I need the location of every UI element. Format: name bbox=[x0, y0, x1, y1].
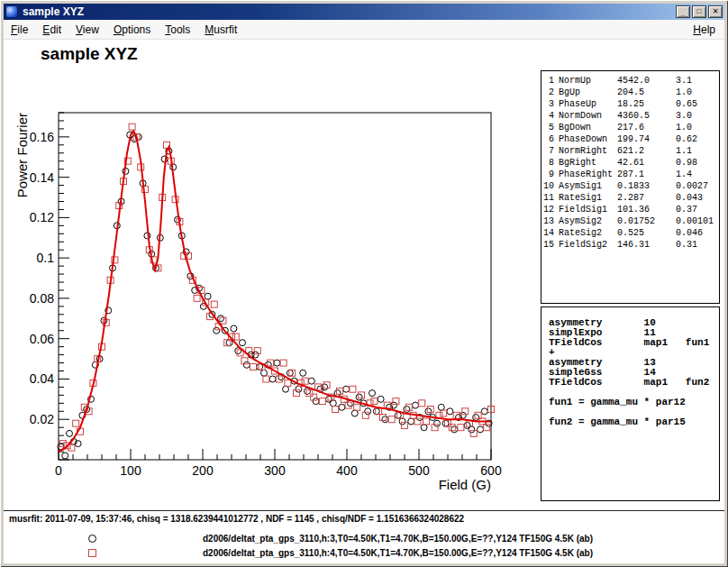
fit-curve bbox=[59, 131, 491, 452]
minimize-button[interactable]: _ bbox=[676, 5, 690, 18]
parameter-row: 5BgDown217.61.0 bbox=[543, 122, 719, 133]
close-icon: ✕ bbox=[713, 8, 719, 15]
parameter-row: 8BgRight42.610.98 bbox=[543, 157, 719, 169]
open-circle-icon bbox=[88, 535, 96, 543]
svg-text:0.06: 0.06 bbox=[30, 332, 54, 346]
legend-entry-1: d2006/deltat_pta_gps_3110,h:3,T0=4.50K,T… bbox=[88, 533, 593, 544]
svg-text:0.12: 0.12 bbox=[30, 210, 54, 224]
menu-help[interactable]: Help bbox=[686, 23, 724, 36]
legend-entry-2: d2006/deltat_pta_gps_3110,h:4,T0=4.50K,T… bbox=[88, 547, 593, 558]
maximize-button[interactable]: □ bbox=[692, 5, 706, 18]
parameter-row: 7NormRight621.21.1 bbox=[543, 145, 719, 157]
app-icon bbox=[5, 5, 18, 18]
x-axis: 0100200300400500600 bbox=[55, 449, 502, 478]
menu-file[interactable]: File bbox=[4, 23, 35, 36]
svg-text:400: 400 bbox=[336, 463, 358, 478]
menubar: File Edit View Options Tools Musrfit Hel… bbox=[4, 20, 724, 40]
theory-line: fun2 = gamma_mu * par15 bbox=[549, 417, 719, 427]
maximize-icon: □ bbox=[697, 8, 702, 15]
fit-status-line: musrfit: 2011-07-09, 15:37:46, chisq = 1… bbox=[9, 514, 464, 524]
svg-text:200: 200 bbox=[192, 463, 214, 478]
parameter-row: 4NormDown4360.53.0 bbox=[543, 110, 719, 122]
window-controls: _ □ ✕ bbox=[676, 5, 723, 18]
svg-text:0.1: 0.1 bbox=[37, 251, 55, 265]
menu-musrfit[interactable]: Musrfit bbox=[197, 23, 244, 36]
svg-text:600: 600 bbox=[480, 463, 502, 478]
legend-label: d2006/deltat_pta_gps_3110,h:3,T0=4.50K,T… bbox=[203, 534, 593, 544]
open-square-icon bbox=[88, 549, 96, 557]
app-window: sample XYZ _ □ ✕ File Edit View Options … bbox=[0, 0, 728, 567]
parameter-row: 1NormUp4542.03.1 bbox=[543, 75, 719, 87]
root-canvas[interactable]: sample XYZ 01002003004005006000.020.040.… bbox=[4, 40, 724, 563]
y-axis-title: Power Fourier bbox=[14, 113, 30, 197]
svg-text:0.08: 0.08 bbox=[30, 291, 54, 306]
theory-line: TFieldCos map1 fun2 bbox=[549, 378, 719, 388]
titlebar[interactable]: sample XYZ _ □ ✕ bbox=[4, 4, 724, 20]
parameter-row: 11RateSig12.2870.043 bbox=[543, 192, 719, 204]
menu-tools[interactable]: Tools bbox=[158, 23, 197, 36]
theory-box: asymmetry 10simplExpo 11TFieldCos map1 f… bbox=[541, 306, 720, 501]
parameter-box: 1NormUp4542.03.12BgUp204.51.03PhaseUp18.… bbox=[541, 70, 720, 304]
window-title: sample XYZ bbox=[23, 5, 676, 18]
svg-text:100: 100 bbox=[120, 463, 141, 478]
svg-text:500: 500 bbox=[408, 463, 430, 478]
svg-text:300: 300 bbox=[264, 463, 286, 478]
statusbar-divider bbox=[4, 510, 724, 511]
menu-options[interactable]: Options bbox=[106, 23, 158, 36]
close-button[interactable]: ✕ bbox=[708, 5, 723, 18]
parameter-row: 9PhaseRight287.11.4 bbox=[543, 169, 719, 180]
theory-line: fun1 = gamma_mu * par12 bbox=[549, 398, 719, 407]
parameter-row: 6PhaseDown199.740.62 bbox=[543, 133, 719, 145]
parameter-row: 2BgUp204.51.0 bbox=[543, 87, 719, 98]
svg-text:0.04: 0.04 bbox=[30, 371, 54, 386]
theory-line: TFieldCos map1 fun1 bbox=[549, 338, 719, 348]
svg-text:0.02: 0.02 bbox=[30, 412, 54, 426]
parameter-row: 3PhaseUp18.250.65 bbox=[543, 98, 719, 110]
parameter-row: 14RateSig20.5250.046 bbox=[543, 227, 719, 239]
parameter-row: 10AsymSig10.18330.0027 bbox=[543, 180, 719, 192]
menu-view[interactable]: View bbox=[68, 23, 106, 36]
svg-text:0: 0 bbox=[55, 463, 62, 478]
svg-text:0.14: 0.14 bbox=[30, 170, 54, 185]
y-axis: 0.020.040.060.080.10.120.140.16 bbox=[30, 113, 69, 460]
minimize-icon: _ bbox=[681, 10, 685, 17]
parameter-row: 12FieldSig1101.360.37 bbox=[543, 204, 719, 215]
menu-edit[interactable]: Edit bbox=[35, 23, 68, 36]
parameter-row: 13AsymSig20.017520.00101 bbox=[543, 215, 719, 227]
svg-text:0.16: 0.16 bbox=[30, 130, 54, 144]
x-axis-title: Field (G) bbox=[439, 477, 491, 492]
legend-label: d2006/deltat_pta_gps_3110,h:4,T0=4.50K,T… bbox=[203, 548, 593, 558]
parameter-row: 15FieldSig2146.310.31 bbox=[543, 239, 719, 251]
plot-frame bbox=[59, 113, 491, 460]
